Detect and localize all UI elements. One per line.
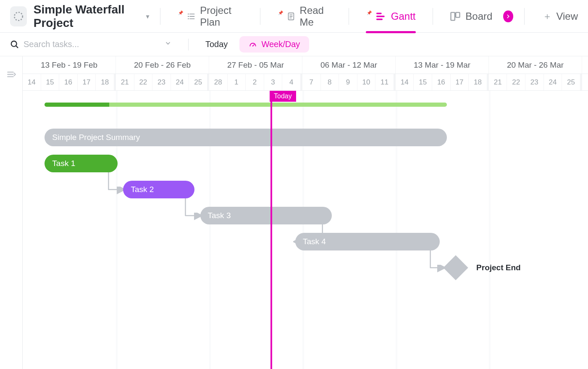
day-header-cell: 15 bbox=[414, 74, 432, 90]
tab-gantt[interactable]: 📌 Gantt bbox=[360, 0, 422, 33]
day-header-cell: 11 bbox=[375, 74, 394, 90]
weekend-gap bbox=[580, 74, 582, 90]
gantt-bar-task3[interactable]: Task 3 bbox=[200, 207, 332, 224]
day-header-cell: 1 bbox=[228, 74, 246, 90]
toolbar: Today Week/Day bbox=[0, 33, 588, 56]
day-header-cell: 8 bbox=[321, 74, 339, 90]
tab-project-plan[interactable]: 📌 Project Plan bbox=[171, 0, 249, 33]
chevron-down-icon bbox=[165, 40, 171, 47]
gantt-bar-task1[interactable]: Task 1 bbox=[45, 155, 118, 172]
scale-selector[interactable]: Week/Day bbox=[239, 36, 309, 53]
document-icon bbox=[286, 11, 296, 22]
week-header-cell: 13 Feb - 19 Feb bbox=[23, 56, 116, 74]
day-header-cell: 16 bbox=[432, 74, 451, 90]
today-line bbox=[270, 91, 272, 369]
weeks-header: 13 Feb - 19 Feb20 Feb - 26 Feb27 Feb - 0… bbox=[23, 56, 588, 74]
chevron-right-icon bbox=[505, 13, 511, 19]
day-header-cell: 25 bbox=[189, 74, 207, 90]
day-header-cell: 3 bbox=[264, 74, 283, 90]
milestone-diamond[interactable] bbox=[443, 255, 468, 280]
gauge-icon bbox=[249, 40, 257, 49]
add-view-label: View bbox=[556, 11, 578, 22]
caret-down-icon: ▾ bbox=[146, 13, 149, 20]
add-view-button[interactable]: ＋ View bbox=[543, 10, 578, 23]
divider bbox=[188, 39, 189, 50]
day-header-cell: 18 bbox=[469, 74, 487, 90]
tab-board[interactable]: Board bbox=[444, 0, 498, 33]
gantt-body[interactable]: TodaySimple Project SummaryTask 1Task 2T… bbox=[23, 91, 588, 369]
expand-sidebar-button[interactable] bbox=[0, 56, 23, 369]
divider bbox=[433, 8, 433, 25]
search-icon bbox=[10, 40, 19, 49]
day-header-cell: 14 bbox=[23, 74, 41, 90]
tab-label: Board bbox=[465, 11, 492, 22]
more-tabs-button[interactable] bbox=[503, 11, 513, 22]
pin-icon: 📌 bbox=[278, 11, 283, 15]
weekend-stripe bbox=[489, 91, 491, 369]
svg-rect-3 bbox=[456, 12, 459, 17]
today-button[interactable]: Today bbox=[200, 40, 233, 49]
tab-label: Project Plan bbox=[200, 5, 243, 28]
app-header: Simple Waterfall Project ▾ 📌 Project Pla… bbox=[0, 0, 588, 33]
divider bbox=[260, 8, 260, 25]
days-header: 1415161718212223242528123478910111415161… bbox=[23, 74, 588, 91]
day-header-cell: 17 bbox=[451, 74, 469, 90]
day-header-cell: 23 bbox=[152, 74, 171, 90]
search-wrap bbox=[10, 40, 153, 49]
filter-dropdown[interactable] bbox=[160, 40, 176, 49]
timeline: 13 Feb - 19 Feb20 Feb - 26 Feb27 Feb - 0… bbox=[0, 56, 588, 369]
day-header-cell: 15 bbox=[41, 74, 60, 90]
expand-icon bbox=[6, 69, 17, 80]
dependency-connector bbox=[185, 198, 200, 216]
day-header-cell: 21 bbox=[116, 74, 134, 90]
divider bbox=[160, 8, 160, 25]
overall-progress-fill bbox=[45, 103, 109, 107]
day-header-cell: 23 bbox=[525, 74, 544, 90]
day-header-cell: 24 bbox=[544, 74, 562, 90]
svg-rect-2 bbox=[451, 12, 455, 20]
overall-progress[interactable] bbox=[45, 103, 447, 107]
project-icon[interactable] bbox=[10, 6, 27, 26]
search-input[interactable] bbox=[24, 40, 133, 49]
board-icon bbox=[449, 11, 461, 22]
week-header-cell: 13 Mar - 19 Mar bbox=[396, 56, 489, 74]
day-header-cell: 17 bbox=[78, 74, 96, 90]
day-header-cell: 24 bbox=[171, 74, 189, 90]
day-header-cell: 22 bbox=[134, 74, 153, 90]
tab-read-me[interactable]: 📌 Read Me bbox=[271, 0, 338, 33]
tab-label: Read Me bbox=[300, 5, 332, 28]
day-header-cell: 2 bbox=[246, 74, 264, 90]
scale-label: Week/Day bbox=[261, 40, 300, 49]
day-header-cell: 10 bbox=[357, 74, 376, 90]
day-header-cell: 9 bbox=[339, 74, 357, 90]
week-header-cell: 20 Mar - 26 Mar bbox=[489, 56, 582, 74]
week-header-cell: 27 Feb - 05 Mar bbox=[209, 56, 302, 74]
today-tag: Today bbox=[270, 91, 296, 102]
day-header-cell: 14 bbox=[396, 74, 414, 90]
plus-icon: ＋ bbox=[543, 10, 552, 23]
gantt-icon bbox=[375, 11, 387, 22]
day-header-cell: 28 bbox=[209, 74, 228, 90]
project-title[interactable]: Simple Waterfall Project ▾ bbox=[34, 3, 149, 30]
tab-label: Gantt bbox=[391, 11, 416, 22]
day-header-cell: 16 bbox=[59, 74, 78, 90]
milestone-label: Project End bbox=[476, 263, 521, 272]
day-header-cell: 22 bbox=[507, 74, 525, 90]
day-header-cell: 21 bbox=[489, 74, 507, 90]
svg-point-0 bbox=[14, 12, 23, 21]
divider bbox=[524, 8, 525, 25]
week-header-cell: 06 Mar - 12 Mar bbox=[302, 56, 396, 74]
week-header-cell: 20 Feb - 26 Feb bbox=[116, 56, 209, 74]
project-title-text: Simple Waterfall Project bbox=[34, 3, 144, 30]
day-header-cell: 7 bbox=[302, 74, 321, 90]
pin-icon: 📌 bbox=[367, 11, 372, 15]
divider bbox=[349, 8, 349, 25]
dependency-connector bbox=[430, 250, 444, 268]
gantt-bar-task2[interactable]: Task 2 bbox=[123, 181, 194, 198]
pin-icon: 📌 bbox=[178, 11, 183, 15]
day-header-cell: 25 bbox=[562, 74, 580, 90]
gantt-bar-task4[interactable]: Task 4 bbox=[295, 233, 440, 250]
list-icon bbox=[186, 11, 196, 22]
day-header-cell: 18 bbox=[96, 74, 114, 90]
gantt-bar-summary[interactable]: Simple Project Summary bbox=[45, 129, 447, 146]
